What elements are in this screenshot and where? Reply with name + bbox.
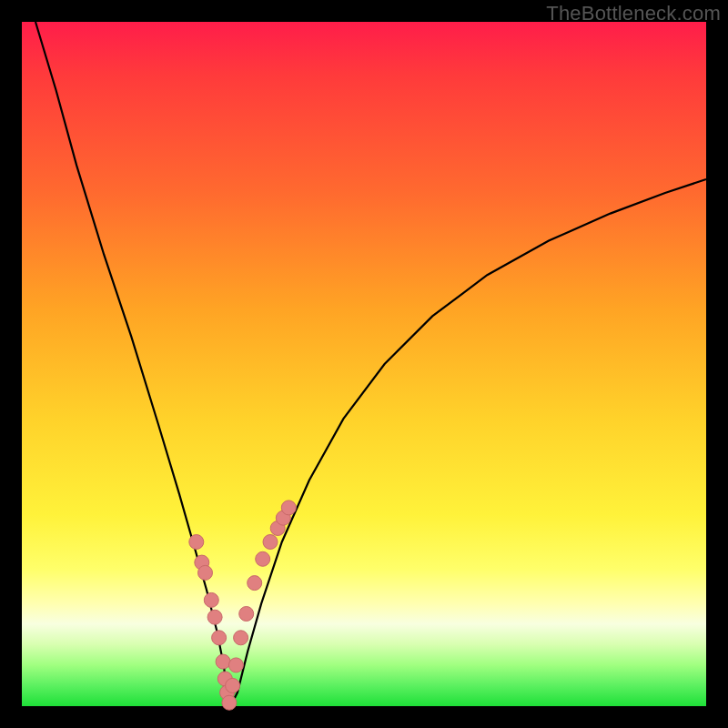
chart-overlay xyxy=(22,22,706,706)
data-point xyxy=(239,607,254,622)
data-point xyxy=(198,565,213,580)
data-point xyxy=(189,535,204,550)
data-point xyxy=(204,592,218,607)
data-point xyxy=(263,535,278,550)
data-point xyxy=(226,678,240,693)
data-point xyxy=(212,631,227,645)
data-point-group xyxy=(189,500,296,710)
bottleneck-curve xyxy=(35,22,706,706)
data-point xyxy=(248,576,262,591)
data-point xyxy=(228,658,243,672)
data-point xyxy=(234,631,248,645)
data-point xyxy=(281,500,296,515)
data-point xyxy=(207,610,222,624)
data-point xyxy=(222,695,237,710)
chart-frame: TheBottleneck.com xyxy=(0,0,728,728)
data-point xyxy=(256,551,270,566)
data-point xyxy=(216,654,230,669)
watermark-text: TheBottleneck.com xyxy=(546,2,721,25)
